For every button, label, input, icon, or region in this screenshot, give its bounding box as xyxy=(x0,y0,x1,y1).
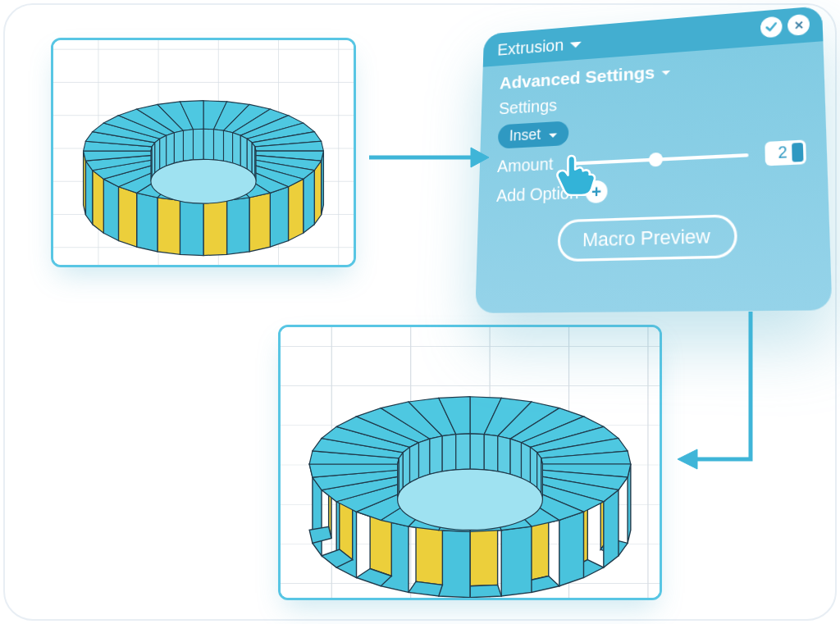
advanced-settings-header[interactable]: Advanced Settings xyxy=(500,62,655,93)
chevron-down-icon xyxy=(662,71,671,80)
amount-label: Amount xyxy=(497,154,554,176)
cursor-pointer-icon xyxy=(553,150,599,196)
collapse-icon xyxy=(570,41,582,53)
chevron-down-icon xyxy=(549,133,557,142)
inset-dropdown[interactable]: Inset xyxy=(498,121,569,148)
apply-button[interactable] xyxy=(760,16,783,38)
extrusion-panel: Extrusion Advanced Settings Settings Ins… xyxy=(484,34,812,354)
viewport-before xyxy=(51,38,356,267)
svg-marker-20 xyxy=(471,148,489,167)
svg-point-17 xyxy=(151,159,256,203)
amount-value: 2 xyxy=(778,143,788,162)
slider-thumb[interactable] xyxy=(649,152,663,166)
svg-marker-21 xyxy=(678,449,697,469)
macro-preview-button[interactable]: Macro Preview xyxy=(558,214,737,262)
flow-arrow-1 xyxy=(366,141,489,174)
panel-title-text: Extrusion xyxy=(497,36,564,60)
svg-point-18 xyxy=(398,469,543,530)
viewport-after xyxy=(278,325,662,600)
inset-dropdown-value: Inset xyxy=(509,125,541,144)
flow-arrow-2 xyxy=(673,312,771,492)
amount-stepper[interactable]: 2 xyxy=(765,139,806,166)
close-button[interactable] xyxy=(788,14,810,36)
